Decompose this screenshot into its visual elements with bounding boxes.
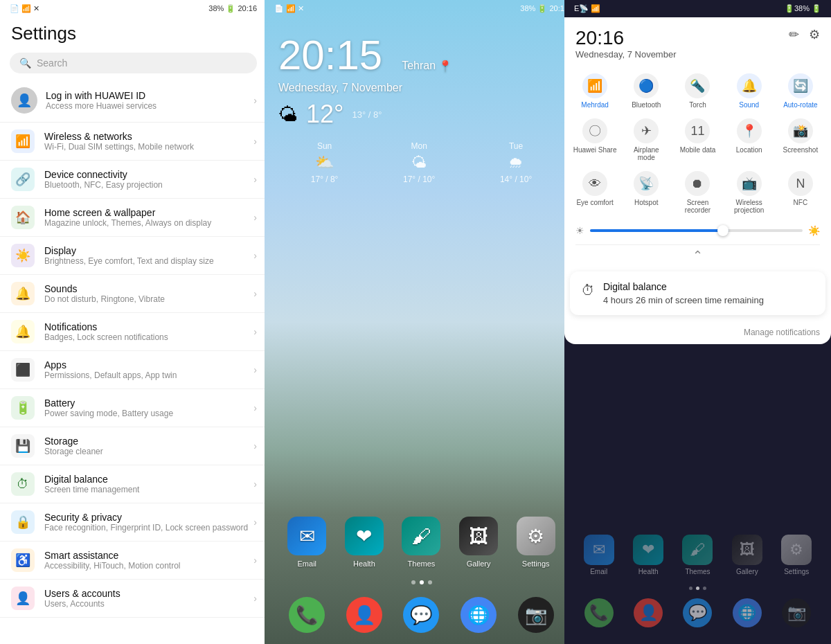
tue-icon: 🌧	[508, 154, 524, 172]
toggle-screenshot[interactable]: 📸 Screenshot	[776, 113, 825, 164]
wireless-icon: 📶	[11, 129, 35, 153]
themes-label: Themes	[408, 560, 436, 568]
settings-item-wireless[interactable]: 📶 Wireless & networks Wi-Fi, Dual SIM se…	[0, 123, 267, 161]
toggle-wireless-projection[interactable]: 📺 Wireless projection	[724, 166, 774, 217]
toggle-torch[interactable]: 🔦 Torch	[672, 68, 722, 111]
mobile-data-icon: 11	[685, 118, 710, 143]
right-gallery-icon: 🖼	[732, 535, 762, 565]
settings-item-digital-balance[interactable]: ⏱ Digital balance Screen time management…	[0, 465, 267, 503]
right-app-health[interactable]: ❤ Health	[633, 535, 663, 575]
r-dot-1	[689, 587, 692, 590]
settings-item-security[interactable]: 🔒 Security & privacy Face recognition, F…	[0, 503, 267, 542]
gallery-icon: 🖼	[459, 517, 498, 555]
toggle-hotspot[interactable]: 📡 Hotspot	[621, 166, 671, 217]
settings-item-users[interactable]: 👤 Users & accounts Users, Accounts ›	[0, 580, 267, 618]
settings-item-home-screen[interactable]: 🏠 Home screen & wallpaper Magazine unloc…	[0, 199, 267, 237]
login-item[interactable]: 👤 Log in with HUAWEI ID Access more Huaw…	[0, 79, 267, 123]
email-label: Email	[298, 560, 317, 568]
right-themes-label: Themes	[685, 568, 710, 575]
phone-app-themes[interactable]: 🖌 Themes	[402, 517, 440, 568]
forecast-sun: Sun ⛅ 17° / 8°	[311, 141, 339, 184]
chevron-right-icon: ›	[253, 402, 257, 413]
right-app-email[interactable]: ✉ Email	[584, 535, 614, 575]
phone-bottom-chrome[interactable]: 🌐	[461, 597, 497, 633]
phone-bottom-camera[interactable]: 📷	[518, 597, 554, 633]
settings-item-apps[interactable]: ⬛ Apps Permissions, Default apps, App tw…	[0, 351, 267, 389]
right-bottom-contacts[interactable]: 👤	[634, 598, 663, 627]
phone-time: 20:15 Tehran 📍	[265, 17, 578, 79]
toggle-screen-recorder[interactable]: ⏺ Screen recorder	[672, 166, 722, 217]
settings-item-smart-assistance[interactable]: ♿ Smart assistance Accessibility, HiTouc…	[0, 542, 267, 580]
huawei-share-label: Huawei Share	[573, 146, 617, 154]
toggle-nfc[interactable]: N NFC	[776, 166, 825, 217]
chevron-right-icon: ›	[253, 174, 257, 185]
toggle-huawei-share[interactable]: 〇 Huawei Share	[570, 113, 620, 164]
phone-bottom-apps: 📞👤💬🌐📷	[265, 590, 578, 644]
right-settings-label: Settings	[784, 568, 809, 575]
phone-app-settings[interactable]: ⚙ Settings	[517, 517, 555, 568]
toggle-eye-comfort[interactable]: 👁 Eye comfort	[570, 166, 620, 217]
right-bottom-chrome[interactable]: 🌐	[733, 598, 762, 627]
eye-comfort-label: Eye comfort	[576, 199, 613, 206]
city-name: Tehran	[402, 60, 436, 72]
settings-item-device-connectivity[interactable]: 🔗 Device connectivity Bluetooth, NFC, Ea…	[0, 161, 267, 199]
right-bottom-sms[interactable]: 💬	[683, 598, 712, 627]
device-connectivity-icon: 🔗	[11, 168, 35, 191]
right-bottom-camera[interactable]: 📷	[782, 598, 811, 627]
toggle-mobile-data[interactable]: 11 Mobile data	[672, 113, 722, 164]
right-bottom-apps: 📞👤💬🌐📷	[564, 594, 831, 637]
chevron-right-icon: ›	[253, 364, 257, 375]
toggle-location[interactable]: 📍 Location	[724, 113, 774, 164]
device-connectivity-sub: Bluetooth, NFC, Easy projection	[44, 180, 163, 190]
toggle-auto-rotate[interactable]: 🔄 Auto-rotate	[776, 68, 825, 111]
display-label: Display	[44, 245, 214, 256]
manage-notifications[interactable]: Manage notifications	[564, 321, 831, 344]
settings-item-storage[interactable]: 💾 Storage Storage cleaner ›	[0, 427, 267, 465]
settings-icon: ⚙	[517, 517, 555, 555]
phone-bottom-contacts[interactable]: 👤	[346, 597, 382, 633]
tue-range: 14° / 10°	[500, 175, 532, 184]
display-icon: ☀️	[11, 244, 35, 267]
notification-card-digital-balance[interactable]: ⏱ Digital balance 4 hours 26 min of scre…	[570, 271, 825, 315]
phone-app-email[interactable]: ✉ Email	[287, 517, 326, 568]
toggle-bluetooth[interactable]: 🔵 Bluetooth	[621, 68, 671, 111]
settings-item-notifications[interactable]: 🔔 Notifications Badges, Lock screen noti…	[0, 313, 267, 351]
settings-item-battery[interactable]: 🔋 Battery Power saving mode, Battery usa…	[0, 389, 267, 427]
dot-2	[420, 580, 424, 584]
phone-app-gallery[interactable]: 🖼 Gallery	[459, 517, 498, 568]
users-label: Users & accounts	[44, 588, 120, 599]
screen-recorder-icon: ⏺	[685, 171, 710, 196]
toggle-airplane[interactable]: ✈ Airplane mode	[621, 113, 671, 164]
toggle-sound[interactable]: 🔔 Sound	[724, 68, 774, 111]
settings-item-display[interactable]: ☀️ Display Brightness, Eye comfort, Text…	[0, 237, 267, 275]
right-status-bar: E📡 📶 🔋38% 🔋	[564, 0, 831, 17]
sounds-sub: Do not disturb, Ringtone, Vibrate	[44, 294, 165, 304]
right-app-settings[interactable]: ⚙ Settings	[781, 535, 812, 575]
phone-status-right: 38% 🔋 20:15	[520, 4, 569, 13]
phone-app-health[interactable]: ❤ Health	[345, 517, 384, 568]
screenshot-icon: 📸	[788, 118, 813, 143]
brightness-bar[interactable]	[590, 229, 803, 232]
location-icon: 📍	[737, 118, 762, 143]
phone-bottom-phone[interactable]: 📞	[289, 597, 325, 633]
sun-day: Sun	[317, 141, 332, 151]
collapse-button[interactable]: ⌃	[564, 245, 831, 266]
wireless-projection-label: Wireless projection	[727, 199, 771, 214]
shade-settings-icon[interactable]: ⚙	[809, 27, 820, 42]
gallery-label: Gallery	[467, 560, 491, 568]
right-bottom-phone[interactable]: 📞	[584, 598, 614, 627]
phone-bottom-sms[interactable]: 💬	[403, 597, 439, 633]
edit-icon[interactable]: ✏	[789, 27, 799, 42]
settings-item-sounds[interactable]: 🔔 Sounds Do not disturb, Ringtone, Vibra…	[0, 275, 267, 313]
eye-comfort-icon: 👁	[582, 171, 607, 196]
shade-date: Wednesday, 7 November	[575, 49, 676, 60]
right-apps-row: ✉ Email ❤ Health 🖌 Themes 🖼 Gallery ⚙ Se…	[564, 528, 831, 582]
sounds-icon: 🔔	[11, 282, 35, 305]
search-bar[interactable]: 🔍 Search	[10, 53, 257, 73]
chevron-right-icon: ›	[253, 440, 257, 451]
right-app-themes[interactable]: 🖌 Themes	[682, 535, 713, 575]
toggle-wifi[interactable]: 📶 Mehrdad	[570, 68, 620, 111]
chevron-right-icon: ›	[253, 478, 257, 490]
right-app-gallery[interactable]: 🖼 Gallery	[732, 535, 762, 575]
shade-time: 20:16	[575, 27, 676, 49]
